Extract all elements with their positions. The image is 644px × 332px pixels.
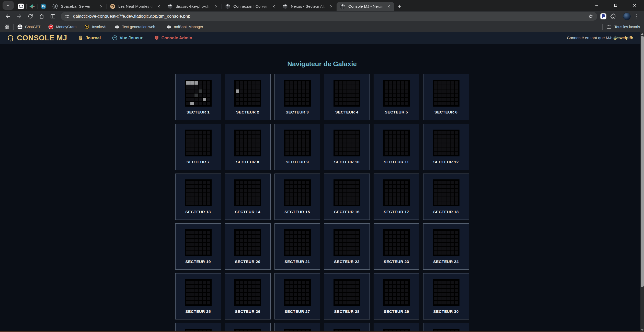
sector-card-7[interactable]: SECTEUR 7 <box>175 124 221 170</box>
sector-card-29[interactable]: SECTEUR 29 <box>374 273 419 319</box>
tab-close-icon[interactable] <box>155 3 162 10</box>
sector-cell <box>190 301 194 304</box>
apps-grid-icon[interactable] <box>4 24 10 30</box>
tab-close-icon[interactable] <box>270 3 277 10</box>
sector-card-18[interactable]: SECTEUR 18 <box>423 174 469 220</box>
eye-icon <box>112 35 118 41</box>
sector-card-12[interactable]: SECTEUR 12 <box>423 124 469 170</box>
sector-label: SECTEUR 27 <box>284 309 310 314</box>
sector-card-13[interactable]: SECTEUR 13 <box>175 174 221 220</box>
sector-card-14[interactable]: SECTEUR 14 <box>225 174 271 220</box>
browser-menu-icon[interactable] <box>634 13 640 19</box>
home-button[interactable] <box>36 11 47 21</box>
nav-item-journal[interactable]: Journal <box>78 35 101 41</box>
pinned-tab[interactable] <box>15 2 27 11</box>
browser-tab[interactable]: Connexion | Corvara <box>222 2 279 11</box>
sector-card-3[interactable]: SECTEUR 3 <box>274 74 320 120</box>
sector-card-27[interactable]: SECTEUR 27 <box>274 273 320 319</box>
sector-card-34[interactable]: SECTEUR 34 <box>324 323 370 332</box>
bookmark-item[interactable]: Text generation web... <box>114 24 158 30</box>
sector-cell <box>397 197 400 201</box>
sector-cell <box>190 193 194 197</box>
sector-card-11[interactable]: SECTEUR 11 <box>374 124 419 170</box>
extension-pin-icon[interactable] <box>600 13 607 20</box>
sector-card-10[interactable]: SECTEUR 10 <box>324 124 370 170</box>
url-text[interactable]: galactic-pve-conquest-c7fe.dev.flatlogic… <box>73 14 583 19</box>
sector-card-8[interactable]: SECTEUR 8 <box>225 124 271 170</box>
sector-minimap <box>185 179 212 206</box>
sector-card-36[interactable]: SECTEUR 36 <box>423 323 469 332</box>
tab-close-icon[interactable] <box>385 3 392 10</box>
sector-card-23[interactable]: SECTEUR 23 <box>374 223 419 270</box>
sector-card-5[interactable]: SECTEUR 5 <box>374 74 419 120</box>
sector-card-9[interactable]: SECTEUR 9 <box>274 124 320 170</box>
sector-card-22[interactable]: SECTEUR 22 <box>324 223 370 270</box>
site-info-icon[interactable] <box>64 14 70 19</box>
minimize-button[interactable] <box>587 0 606 11</box>
tab-close-icon[interactable] <box>213 3 220 10</box>
nav-item-vue-joueur[interactable]: Vue Joueur <box>112 35 142 41</box>
browser-tab[interactable]: Les Neuf Mondes de la Mytholo <box>107 2 164 11</box>
scrollbar-thumb[interactable] <box>641 36 644 287</box>
extensions-puzzle-icon[interactable] <box>610 13 617 20</box>
address-bar[interactable]: galactic-pve-conquest-c7fe.dev.flatlogic… <box>61 12 597 21</box>
sector-card-1[interactable]: SECTEUR 1 <box>175 74 221 120</box>
profile-avatar[interactable] <box>623 13 631 20</box>
sector-cell <box>434 147 438 151</box>
sector-card-28[interactable]: SECTEUR 28 <box>324 273 370 319</box>
sector-card-19[interactable]: SECTEUR 19 <box>175 223 221 270</box>
sector-card-21[interactable]: SECTEUR 21 <box>274 223 320 270</box>
app-brand[interactable]: CONSOLE MJ <box>7 34 67 42</box>
sector-card-31[interactable]: SECTEUR 31 <box>175 323 221 332</box>
sector-card-16[interactable]: SECTEUR 16 <box>324 174 370 220</box>
forward-button[interactable] <box>14 11 25 21</box>
sector-card-24[interactable]: SECTEUR 24 <box>423 223 469 270</box>
pinned-tab[interactable] <box>27 2 38 11</box>
reload-button[interactable] <box>25 11 36 21</box>
back-button[interactable] <box>3 11 13 21</box>
sector-cell <box>434 297 438 300</box>
maximize-button[interactable] <box>606 0 625 11</box>
sector-cell <box>207 285 210 288</box>
all-bookmarks-button[interactable]: Tous les favoris <box>606 24 640 30</box>
sector-card-17[interactable]: SECTEUR 17 <box>374 174 419 220</box>
sector-card-2[interactable]: SECTEUR 2 <box>225 74 271 120</box>
scroll-down-icon[interactable] <box>641 329 643 331</box>
tab-close-icon[interactable] <box>98 3 105 10</box>
sector-card-25[interactable]: SECTEUR 25 <box>175 273 221 319</box>
tab-close-icon[interactable] <box>328 3 335 10</box>
sector-cell <box>339 98 342 101</box>
sector-cell <box>294 293 297 296</box>
bookmark-item[interactable]: MoneyGram <box>48 24 76 30</box>
sector-cell <box>186 289 190 292</box>
browser-tab[interactable]: Spacebar Server <box>49 2 107 11</box>
sector-card-6[interactable]: SECTEUR 6 <box>423 74 469 120</box>
sector-card-4[interactable]: SECTEUR 4 <box>324 74 370 120</box>
sector-card-20[interactable]: SECTEUR 20 <box>225 223 271 270</box>
new-tab-button[interactable] <box>394 2 405 11</box>
side-panel-button[interactable] <box>48 11 58 21</box>
sector-card-35[interactable]: SECTEUR 35 <box>374 323 419 332</box>
bookmark-item[interactable]: ChatGPT <box>17 24 40 30</box>
sector-cell <box>455 135 458 139</box>
bookmark-item[interactable]: mdBook Manager <box>166 24 203 30</box>
browser-tab[interactable]: Console MJ - Nexus <box>337 2 394 11</box>
sector-cell <box>285 143 289 147</box>
browser-tab[interactable]: discord-like-php-chat-7262.dev <box>164 2 222 11</box>
pinned-tab[interactable]: W <box>38 2 49 11</box>
sector-card-26[interactable]: SECTEUR 26 <box>225 273 271 319</box>
sector-card-15[interactable]: SECTEUR 15 <box>274 174 320 220</box>
tab-search-button[interactable] <box>3 1 14 10</box>
bookmark-item[interactable]: InvokeAI <box>84 24 106 30</box>
close-button[interactable] <box>625 0 644 11</box>
sector-cell <box>256 94 260 97</box>
browser-tab[interactable]: Nexus - Secteur Alpha [G1] <box>279 2 337 11</box>
scroll-up-icon[interactable] <box>641 33 643 35</box>
sector-cell <box>389 189 392 192</box>
sector-card-32[interactable]: SECTEUR 32 <box>225 323 271 332</box>
bookmark-star-button[interactable] <box>586 13 596 20</box>
sector-card-30[interactable]: SECTEUR 30 <box>423 273 469 319</box>
page-scrollbar[interactable] <box>640 32 644 332</box>
sector-card-33[interactable]: SECTEUR 33 <box>274 323 320 332</box>
nav-item-console-admin[interactable]: Console Admin <box>154 35 192 41</box>
